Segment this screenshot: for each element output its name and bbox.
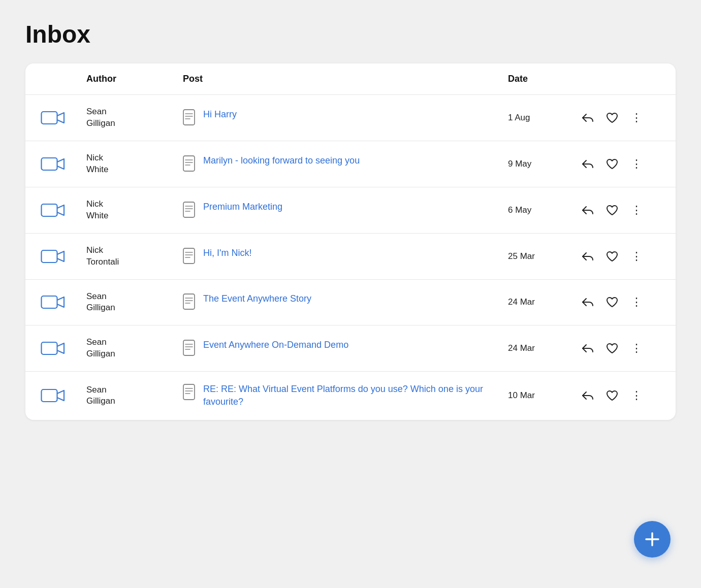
table-row: NickWhite Premium Marketing 6 May (25, 187, 676, 234)
row-date: 25 Mar (508, 251, 579, 262)
post-link[interactable]: RE: RE: What Virtual Event Platforms do … (203, 383, 508, 408)
row-date: 24 Mar (508, 297, 579, 307)
table-row: SeanGilligan Hi Harry 1 Aug (25, 95, 676, 141)
row-actions: ⋮ (579, 340, 660, 357)
like-button[interactable] (603, 387, 621, 404)
svg-rect-25 (42, 342, 57, 354)
svg-rect-11 (183, 202, 195, 217)
reply-button[interactable] (579, 340, 596, 357)
table-body: SeanGilligan Hi Harry 1 Aug (25, 95, 676, 420)
row-post-cell: Premium Marketing (183, 201, 508, 220)
row-post-cell: Event Anywhere On-Demand Demo (183, 339, 508, 358)
row-actions: ⋮ (579, 202, 660, 219)
reply-button[interactable] (579, 248, 596, 265)
table-header: Author Post Date (25, 63, 676, 95)
row-video-icon-cell (41, 155, 86, 173)
header-date: Date (508, 74, 579, 84)
camera-icon (41, 248, 65, 265)
like-button[interactable] (603, 293, 621, 311)
post-link[interactable]: The Event Anywhere Story (203, 292, 311, 305)
svg-rect-30 (42, 389, 57, 402)
row-video-icon-cell (41, 387, 86, 404)
row-post-cell: Hi Harry (183, 108, 508, 127)
reply-button[interactable] (579, 109, 596, 126)
svg-rect-31 (183, 384, 195, 400)
like-button[interactable] (603, 202, 621, 219)
page-title: Inbox (25, 20, 676, 48)
row-post-cell: Marilyn - looking forward to seeing you (183, 154, 508, 174)
doc-icon (183, 202, 197, 220)
plus-icon (643, 530, 661, 548)
post-link[interactable]: Premium Marketing (203, 201, 282, 213)
svg-rect-1 (183, 110, 195, 125)
row-video-icon-cell (41, 202, 86, 219)
row-author: NickWhite (86, 152, 183, 176)
svg-rect-15 (42, 250, 57, 263)
row-actions: ⋮ (579, 109, 660, 126)
svg-rect-10 (42, 204, 57, 216)
reply-button[interactable] (579, 155, 596, 173)
row-actions: ⋮ (579, 293, 660, 311)
more-button[interactable]: ⋮ (628, 110, 646, 125)
row-date: 24 Mar (508, 343, 579, 353)
table-row: SeanGilligan RE: RE: What Virtual Event … (25, 372, 676, 419)
header-icon-col (41, 74, 86, 84)
more-button[interactable]: ⋮ (628, 156, 646, 172)
like-button[interactable] (603, 340, 621, 357)
doc-icon (183, 248, 197, 266)
row-author: SeanGilligan (86, 384, 183, 408)
camera-icon (41, 109, 65, 126)
row-actions: ⋮ (579, 387, 660, 404)
header-actions (579, 74, 660, 84)
like-button[interactable] (603, 248, 621, 265)
header-post: Post (183, 74, 508, 84)
row-author: SeanGilligan (86, 337, 183, 360)
table-row: SeanGilligan The Event Anywhere Story 24… (25, 280, 676, 326)
compose-button[interactable] (634, 521, 671, 558)
more-button[interactable]: ⋮ (628, 295, 646, 310)
doc-icon (183, 109, 197, 127)
table-row: NickTorontali Hi, I'm Nick! 25 Mar (25, 234, 676, 280)
doc-icon (183, 293, 197, 312)
row-video-icon-cell (41, 248, 86, 265)
camera-icon (41, 155, 65, 173)
post-link[interactable]: Marilyn - looking forward to seeing you (203, 154, 360, 167)
more-button[interactable]: ⋮ (628, 203, 646, 218)
like-button[interactable] (603, 109, 621, 126)
row-author: SeanGilligan (86, 106, 183, 129)
post-link[interactable]: Event Anywhere On-Demand Demo (203, 339, 348, 351)
more-button[interactable]: ⋮ (628, 341, 646, 356)
svg-rect-5 (42, 158, 57, 170)
row-post-cell: RE: RE: What Virtual Event Platforms do … (183, 383, 508, 408)
row-author: NickWhite (86, 199, 183, 222)
row-post-cell: The Event Anywhere Story (183, 292, 508, 312)
camera-icon (41, 202, 65, 219)
camera-icon (41, 340, 65, 357)
more-button[interactable]: ⋮ (628, 388, 646, 403)
reply-button[interactable] (579, 293, 596, 311)
post-link[interactable]: Hi, I'm Nick! (203, 247, 251, 259)
doc-icon (183, 384, 197, 402)
row-date: 1 Aug (508, 113, 579, 123)
like-button[interactable] (603, 155, 621, 173)
svg-rect-6 (183, 156, 195, 171)
svg-rect-0 (42, 112, 57, 124)
doc-icon (183, 155, 197, 174)
post-link[interactable]: Hi Harry (203, 108, 237, 121)
table-row: NickWhite Marilyn - looking forward to s… (25, 141, 676, 187)
svg-rect-16 (183, 248, 195, 264)
header-author: Author (86, 74, 183, 84)
more-button[interactable]: ⋮ (628, 249, 646, 264)
camera-icon (41, 387, 65, 404)
table-row: SeanGilligan Event Anywhere On-Demand De… (25, 325, 676, 372)
doc-icon (183, 340, 197, 358)
reply-button[interactable] (579, 387, 596, 404)
svg-rect-26 (183, 340, 195, 355)
row-date: 9 May (508, 159, 579, 169)
camera-icon (41, 293, 65, 311)
reply-button[interactable] (579, 202, 596, 219)
row-video-icon-cell (41, 109, 86, 126)
row-video-icon-cell (41, 340, 86, 357)
row-author: SeanGilligan (86, 291, 183, 314)
row-post-cell: Hi, I'm Nick! (183, 247, 508, 266)
